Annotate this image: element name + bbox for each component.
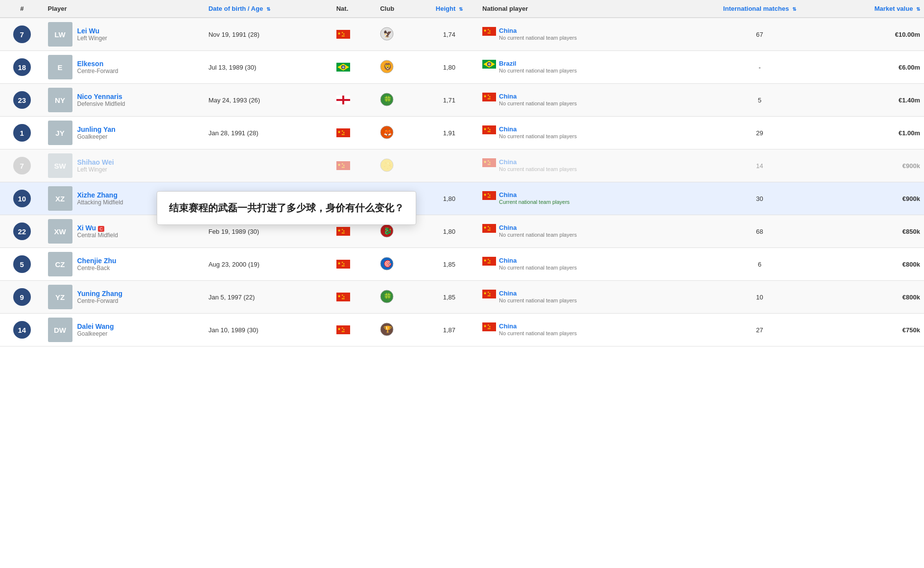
player-avatar: NY — [48, 88, 72, 112]
national-status: No current national team players — [499, 231, 577, 238]
player-height — [420, 149, 478, 182]
player-name[interactable]: Lei Wu — [77, 27, 100, 35]
player-name[interactable]: Chenjie Zhu — [77, 257, 117, 265]
national-status: No current national team players — [499, 330, 577, 337]
national-player-cell: ★ ★ ★ ★ ★ China No current national team… — [478, 149, 690, 182]
national-info: China No current national team players — [499, 257, 577, 271]
svg-text:🍀: 🍀 — [383, 293, 392, 301]
player-nationality-flag-cell: ★ ★ ★ ★ ★ — [332, 314, 377, 346]
club-badge: 🦅 — [380, 27, 394, 41]
table-row: 7 LW Lei Wu Left Winger Nov 19, 1991 (28… — [0, 18, 924, 51]
player-number: 22 — [13, 222, 31, 240]
svg-text:★: ★ — [337, 261, 341, 266]
nationality-flag: ★ ★ ★ ★ ★ — [336, 293, 350, 300]
player-cell: LW Lei Wu Left Winger — [48, 22, 201, 47]
svg-text:🍀: 🍀 — [383, 96, 392, 104]
player-club-cell: 🦁 — [376, 51, 420, 84]
sort-icon-intmatches: ⇅ — [792, 6, 796, 12]
col-header-national: National player — [478, 0, 690, 18]
national-country: China — [499, 93, 577, 100]
player-position: Left Winger — [77, 166, 114, 173]
nationality-flag: ★ ★ ★ ★ ★ — [336, 260, 350, 267]
int-matches-cell: 5 — [690, 84, 829, 117]
player-dob — [205, 149, 332, 182]
svg-rect-26 — [336, 99, 350, 101]
col-header-market[interactable]: Market value ⇅ — [829, 0, 924, 18]
table-row: 9 YZ Yuning Zhang Centre-Forward Jan 5, … — [0, 281, 924, 314]
player-name[interactable]: Xizhe Zhang — [77, 191, 118, 199]
col-header-intmatches[interactable]: International matches ⇅ — [690, 0, 829, 18]
player-cell: SW Shihao Wei Left Winger — [48, 153, 201, 178]
player-name[interactable]: Xi Wu — [77, 224, 96, 232]
player-number: 18 — [13, 58, 31, 76]
player-number: 14 — [13, 321, 31, 339]
player-position: Centre-Forward — [77, 297, 123, 304]
player-avatar: DW — [48, 318, 72, 342]
svg-text:★: ★ — [483, 127, 487, 131]
player-name[interactable]: Elkeson — [77, 60, 104, 68]
player-name[interactable]: Yuning Zhang — [77, 290, 123, 297]
player-height: 1,87 — [420, 314, 478, 346]
player-cell: CZ Chenjie Zhu Centre-Back — [48, 252, 201, 276]
player-info: Xizhe Zhang Attacking Midfield — [77, 191, 123, 206]
national-flag: ★ ★ ★ ★ ★ — [482, 27, 496, 36]
col-header-dob[interactable]: Date of birth / Age ⇅ — [205, 0, 332, 18]
player-dob: Nov 19, 1991 (28) — [205, 18, 332, 51]
national-status: No current national team players — [499, 67, 577, 74]
market-value-cell: €850k — [829, 215, 924, 248]
player-info: Yuning Zhang Centre-Forward — [77, 290, 123, 304]
national-cell: ★ ★ ★ ★ ★ China No current national team… — [482, 290, 687, 304]
player-number-cell: 18 — [0, 51, 44, 84]
player-number: 10 — [13, 190, 31, 207]
player-height: 1,85 — [420, 248, 478, 281]
player-number-cell: 7 — [0, 149, 44, 182]
player-avatar: LW — [48, 22, 72, 47]
national-country: China — [499, 322, 577, 330]
svg-text:★: ★ — [337, 294, 341, 298]
svg-text:★: ★ — [483, 258, 487, 263]
national-country: China — [499, 125, 577, 133]
sort-icon-dob: ⇅ — [266, 6, 270, 12]
player-nationality-flag-cell: ⚽ — [332, 51, 377, 84]
national-info: China No current national team players — [499, 290, 577, 304]
col-header-height[interactable]: Height ⇅ — [420, 0, 478, 18]
col-header-player: Player — [44, 0, 205, 18]
player-number-cell: 22 — [0, 215, 44, 248]
player-info: Lei Wu Left Winger — [77, 27, 107, 42]
national-country: China — [499, 27, 577, 34]
player-number-cell: 5 — [0, 248, 44, 281]
national-player-cell: ★ ★ ★ ★ ★ China Current national team pl… — [478, 182, 690, 215]
national-country: Brazil — [499, 60, 577, 67]
market-value-cell: €800k — [829, 281, 924, 314]
national-flag: ★ ★ ★ ★ ★ — [482, 257, 496, 266]
national-status: No current national team players — [499, 133, 577, 140]
player-name[interactable]: Shihao Wei — [77, 158, 114, 166]
player-name[interactable]: Junling Yan — [77, 125, 116, 133]
player-name[interactable]: Dalei Wang — [77, 322, 114, 330]
svg-text:★: ★ — [337, 327, 341, 331]
national-flag: ★ ★ ★ ★ ★ — [482, 322, 496, 331]
nationality-flag: ★ ★ ★ ★ ★ — [336, 227, 350, 234]
nationality-flag — [336, 96, 350, 103]
player-position: Goalkeeper — [77, 133, 116, 140]
national-cell: ★ ★ ★ ★ ★ China No current national team… — [482, 158, 687, 173]
player-info-cell: YZ Yuning Zhang Centre-Forward — [44, 281, 205, 314]
national-status: No current national team players — [499, 34, 577, 41]
players-table: # Player Date of birth / Age ⇅ Nat. Club… — [0, 0, 924, 346]
player-club-cell: 🎯 — [376, 248, 420, 281]
svg-text:★: ★ — [483, 324, 487, 328]
popup-box[interactable]: 结束赛程的武磊一共打进了多少球，身价有什么变化？ — [157, 191, 416, 225]
national-player-cell: ⚽ Brazil No current national team player… — [478, 51, 690, 84]
player-avatar: CZ — [48, 252, 72, 276]
table-row: 10 XZ Xizhe Zhang Attacking Midfield Jan… — [0, 182, 924, 215]
player-info: Nico Yennaris Defensive Midfield — [77, 93, 125, 107]
player-avatar: E — [48, 55, 72, 79]
col-header-num: # — [0, 0, 44, 18]
national-info: China No current national team players — [499, 224, 577, 238]
player-number: 1 — [13, 124, 31, 142]
player-name[interactable]: Nico Yennaris — [77, 93, 122, 100]
int-matches-cell: 29 — [690, 117, 829, 149]
club-badge: 🎯 — [380, 257, 394, 271]
table-row: 1 JY Junling Yan Goalkeeper Jan 28, 1991… — [0, 117, 924, 149]
national-player-cell: ★ ★ ★ ★ ★ China No current national team… — [478, 84, 690, 117]
